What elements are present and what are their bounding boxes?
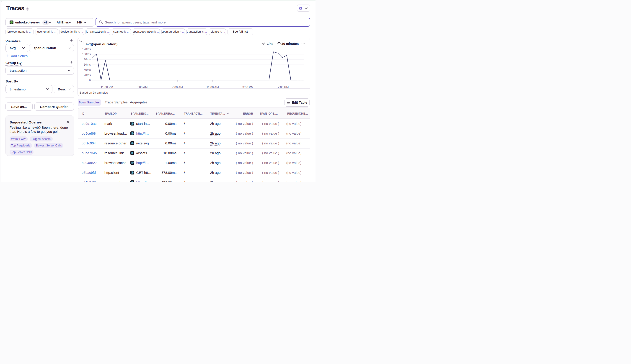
svg-text:20ms: 20ms xyxy=(84,74,91,77)
svg-text:40ms: 40ms xyxy=(84,68,91,72)
svg-text:80ms: 80ms xyxy=(84,58,91,61)
svg-text:60ms: 60ms xyxy=(84,63,91,66)
svg-text:120ms: 120ms xyxy=(82,48,91,51)
svg-text:0: 0 xyxy=(89,79,91,82)
svg-text:100ms: 100ms xyxy=(82,52,91,56)
svg-text:?: ? xyxy=(27,8,28,10)
